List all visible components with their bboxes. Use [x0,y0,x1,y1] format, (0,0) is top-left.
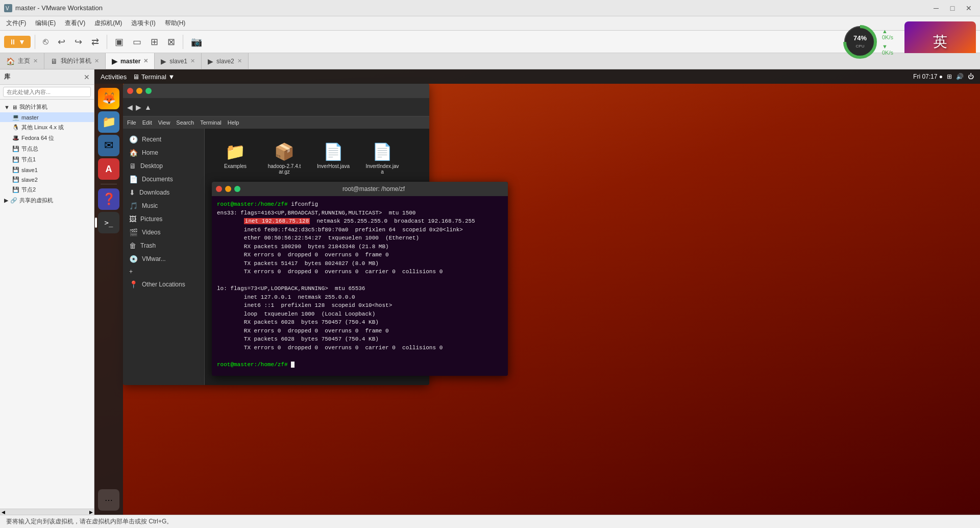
tab-home-close[interactable]: ✕ [33,58,38,64]
dock-files[interactable]: 📁 [98,111,119,133]
terminal-line-4: ether 00:50:56:22:54:27 txqueuelen 1000 … [217,234,503,243]
menu-file[interactable]: 文件(F) [2,17,30,29]
tree-item-master[interactable]: 💻 master [0,112,94,122]
snapshot-button[interactable]: 📷 [187,34,206,50]
view-unity-button[interactable]: ⊞ [147,34,162,50]
close-button[interactable]: ✕ [962,3,976,14]
tab-slave2-close[interactable]: ✕ [237,58,242,64]
dock-help[interactable]: ❓ [98,188,119,210]
library-close-button[interactable]: ✕ [84,73,90,81]
fm-sidebar-other[interactable]: 📍 Other Locations [123,278,204,291]
dock-software[interactable]: A [98,158,119,180]
fm-sidebar-music[interactable]: 🎵 Music [123,199,204,212]
fm-up-button[interactable]: ▲ [144,103,152,111]
maximize-button[interactable]: □ [945,3,960,14]
suspend-button[interactable]: ⇄ [88,34,103,50]
view-zoom-button[interactable]: ⊠ [164,34,179,50]
tree-item-node2[interactable]: 💾 节点2 [0,184,94,195]
fm-icon-invertindex[interactable]: 📄 InvertIndex.java [362,139,403,178]
power-off-button[interactable]: ↪ [71,34,86,50]
scroll-left[interactable]: ◀ [0,509,6,515]
tab-mycomputer[interactable]: 🖥 我的计算机 ✕ [44,53,106,69]
fm-sidebar-desktop[interactable]: 🖥 Desktop [123,159,204,173]
fm-menu-help[interactable]: Help [228,119,239,126]
fm-sidebar-vmware[interactable]: 💿 VMwar... [123,252,204,266]
tree-item-slave1[interactable]: 💾 slave1 [0,165,94,175]
fm-sidebar-recent[interactable]: 🕐 Recent [123,133,204,146]
game-icon-label: 英 [933,32,947,52]
fm-sidebar-trash[interactable]: 🗑 Trash [123,239,204,252]
fm-minimize-button[interactable] [136,88,142,94]
power-on-button[interactable]: ↩ [54,34,69,50]
view-full-button[interactable]: ▭ [129,34,145,50]
menu-view[interactable]: 查看(V) [61,17,89,29]
tab-master[interactable]: ▶ master ✕ [106,53,155,69]
fm-menu-edit[interactable]: Edit [142,119,152,126]
fm-sidebar-home[interactable]: 🏠 Home [123,146,204,159]
terminal-prompt-line[interactable]: root@master:/home/zf# [217,361,503,369]
fm-icon-examples[interactable]: 📁 Examples [215,139,256,178]
tab-home[interactable]: 🏠 主页 ✕ [0,53,44,69]
fm-sidebar-pictures[interactable]: 🖼 Pictures [123,212,204,226]
fm-menu-view[interactable]: View [158,119,170,126]
fm-toolbar: ◀ ▶ ▲ [123,98,429,116]
minimize-button[interactable]: ─ [929,3,943,14]
recent-icon: 🕐 [129,135,138,143]
fm-sidebar-documents[interactable]: 📄 Documents [123,173,204,186]
fm-icon-hadoop[interactable]: 📦 hadoop-2.7.4.tar.gz [264,139,305,178]
fm-icon-inverhost[interactable]: 📄 InverHost.java [313,139,354,178]
tree-item-linux[interactable]: 🐧 其他 Linux 4.x 或 [0,122,94,133]
view-normal-button[interactable]: ▣ [111,34,127,50]
fm-menu-file[interactable]: File [127,119,136,126]
library-scroll: ◀ ▶ [0,509,94,515]
tree-item-shared[interactable]: ▶ 🔗 共享的虚拟机 [0,195,94,206]
dock-terminal[interactable]: >_ [98,212,119,233]
terminal-menu[interactable]: 🖥 Terminal ▼ [133,73,175,81]
trash-sidebar-icon: 🗑 [129,242,136,250]
menu-vm[interactable]: 虚拟机(M) [90,17,126,29]
terminal-line-10: lo: flags=73<UP,LOOPBACK,RUNNING> mtu 65… [217,284,503,293]
fm-back-button[interactable]: ◀ [127,103,133,111]
term-minimize-button[interactable] [225,186,231,192]
tree-icon-shared: 🔗 [10,197,17,204]
scroll-right[interactable]: ▶ [88,509,94,515]
dock-apps-button[interactable]: ⋯ [98,489,119,511]
tab-slave1[interactable]: ▶ slave1 ✕ [155,53,202,69]
menu-edit[interactable]: 编辑(E) [31,17,60,29]
fm-sidebar-downloads[interactable]: ⬇ Downloads [123,186,204,199]
pause-button[interactable]: ⏸ ▼ [4,36,31,48]
tree-item-nodes-total[interactable]: 💾 节点总 [0,143,94,154]
menu-tab[interactable]: 选项卡(I) [127,17,159,29]
terminal-body[interactable]: root@master:/home/zf# ifconfig ens33: fl… [212,196,508,376]
activities-button[interactable]: Activities [101,73,127,81]
fm-menu-search[interactable]: Search [176,119,194,126]
tab-slave2[interactable]: ▶ slave2 ✕ [202,53,249,69]
svg-text:CPU: CPU [856,44,865,49]
term-maximize-button[interactable] [234,186,240,192]
ubuntu-desktop[interactable]: Activities 🖥 Terminal ▼ Fri 07:17 ● ⊞ 🔊 … [94,69,980,515]
fm-menu-terminal[interactable]: Terminal [200,119,222,126]
tree-item-node1[interactable]: 💾 节点1 [0,154,94,165]
fm-forward-button[interactable]: ▶ [136,103,141,111]
terminal-cursor [291,362,295,368]
dock-firefox[interactable]: 🦊 [98,88,119,109]
tab-master-close[interactable]: ✕ [143,58,148,64]
dock-thunderbird[interactable]: ✉ [98,135,119,156]
tree-item-slave2[interactable]: 💾 slave2 [0,175,94,184]
term-close-button[interactable] [216,186,222,192]
fm-sidebar-add[interactable]: + [123,266,204,278]
fm-sidebar-videos[interactable]: 🎬 Videos [123,226,204,239]
menu-help[interactable]: 帮助(H) [161,17,190,29]
tree-item-mycomputer[interactable]: ▼ 🖥 我的计算机 [0,102,94,112]
send-ctrl-alt-del-button[interactable]: ⎋ [39,34,52,50]
fm-close-button[interactable] [127,88,133,94]
tab-mycomputer-close[interactable]: ✕ [94,58,99,64]
fm-maximize-button[interactable] [145,88,152,94]
tree-item-fedora[interactable]: 🎩 Fedora 64 位 [0,133,94,143]
library-search-input[interactable] [3,87,91,97]
vm-area: Activities 🖥 Terminal ▼ Fri 07:17 ● ⊞ 🔊 … [94,69,980,515]
tab-slave1-close[interactable]: ✕ [190,58,195,64]
ubuntu-topbar: Activities 🖥 Terminal ▼ Fri 07:17 ● ⊞ 🔊 … [94,69,980,84]
separator-2 [107,35,107,49]
firefox-icon: 🦊 [102,92,116,105]
